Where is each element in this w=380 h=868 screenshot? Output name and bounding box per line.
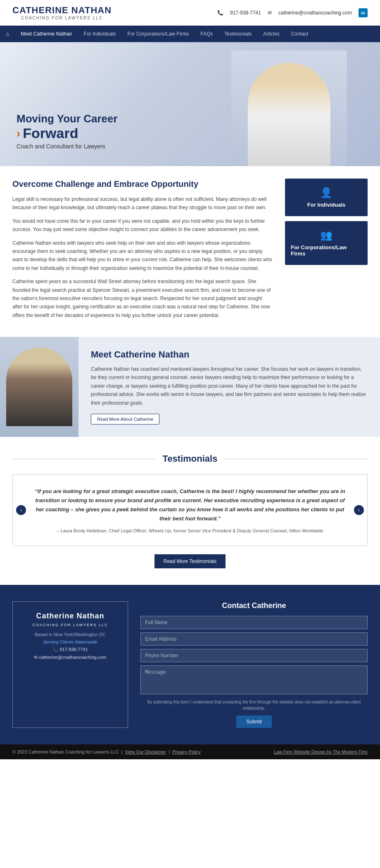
testimonial-quote: “If you are looking for a great strategi… xyxy=(33,487,347,523)
footer-design-credit: Law Firm Website Design by The Modern Fi… xyxy=(274,749,368,754)
testimonials-line-right xyxy=(224,459,368,459)
main-sidebar: 👤 For Individuals 👥 For Corporations/Law… xyxy=(285,179,368,324)
nav-item-contact[interactable]: Contact xyxy=(285,26,314,42)
contact-section: Catherine Nathan COACHING FOR LAWYERS LL… xyxy=(0,585,380,744)
contact-logo-name: Catherine Nathan xyxy=(36,612,104,620)
header-email[interactable]: catherine@cnathancoaching.com xyxy=(278,10,352,16)
meet-content: Meet Catherine Nathan Catherine Nathan h… xyxy=(78,337,380,437)
sidebar-card-individuals[interactable]: 👤 For Individuals xyxy=(285,179,368,216)
footer-disclaimer-link[interactable]: View Our Disclaimer xyxy=(125,749,166,754)
form-disclaimer: By submitting this form I understand tha… xyxy=(140,699,368,711)
testimonial-box: ‹ › “If you are looking for a great stra… xyxy=(12,474,368,546)
hero-person xyxy=(248,63,330,166)
email-small-icon: ✉ xyxy=(34,655,39,660)
testimonials-title: Testimonials xyxy=(163,453,218,464)
hero-content: Moving Your Career › Forward Coach and C… xyxy=(17,112,118,150)
testimonials-header: Testimonials xyxy=(12,453,368,464)
full-name-input[interactable] xyxy=(140,616,368,629)
nav-home-icon[interactable]: ⌂ xyxy=(0,26,15,42)
submit-button[interactable]: Submit xyxy=(236,715,271,728)
read-more-testimonials-button[interactable]: Read More Testimonials xyxy=(154,554,226,568)
contact-location: Based in New York/Washington DC xyxy=(35,632,106,637)
contact-info-box: Catherine Nathan COACHING FOR LAWYERS LL… xyxy=(12,601,128,728)
meet-section: Meet Catherine Nathan Catherine Nathan h… xyxy=(0,337,380,437)
main-section: Overcome Challenge and Embrace Opportuni… xyxy=(0,166,380,337)
header-phone[interactable]: 917-938-7741 xyxy=(230,10,261,16)
sidebar-card-corporations[interactable]: 👥 For Corporations/Law Firms xyxy=(285,221,368,265)
main-text-area: Overcome Challenge and Embrace Opportuni… xyxy=(12,179,273,324)
main-paragraph-3: Catherine Nathan works with lawyers who … xyxy=(12,239,273,273)
main-nav: ⌂ Meet Catherine Nathan For Individuals … xyxy=(0,26,380,42)
phone-input[interactable] xyxy=(140,649,368,662)
individual-icon: 👤 xyxy=(320,187,332,198)
sidebar-corporations-label: For Corporations/Law Firms xyxy=(291,244,362,257)
header-contact: 📞 917-938-7741 ✉ catherine@cnathancoachi… xyxy=(217,8,368,17)
hero-image xyxy=(231,50,347,166)
logo-name: CATHERINE NATHAN xyxy=(12,5,112,16)
hero-subtitle: Coach and Consultant for Lawyers xyxy=(17,143,118,150)
logo-sub: COACHING FOR LAWYERS LLC xyxy=(21,16,103,20)
site-footer: © 2023 Catherine Nathan Coaching for Law… xyxy=(0,744,380,759)
nav-item-individuals[interactable]: For Individuals xyxy=(78,26,122,42)
home-icon: ⌂ xyxy=(6,31,9,37)
contact-logo-sub: COACHING FOR LAWYERS LLC xyxy=(32,623,108,627)
testimonial-prev-button[interactable]: ‹ xyxy=(16,505,26,515)
main-paragraph-1: Legal skill is necessary for professiona… xyxy=(12,195,273,212)
catherine-photo xyxy=(6,348,72,426)
footer-privacy-link[interactable]: Privacy Policy xyxy=(172,749,200,754)
email-icon: ✉ xyxy=(268,10,272,16)
contact-form-area: Contact Catherine By submitting this for… xyxy=(140,601,368,728)
testimonial-attribution: – Laura Brody Heltebran, Chief Legal Off… xyxy=(33,528,347,533)
nav-item-testimonials[interactable]: Testimonials xyxy=(218,26,257,42)
design-credit-link[interactable]: Law Firm Website Design by The Modern Fi… xyxy=(274,749,368,754)
hero-title-line1: Moving Your Career xyxy=(17,112,118,125)
hero-forward-text: Forward xyxy=(23,125,78,141)
contact-form-title: Contact Catherine xyxy=(140,601,368,610)
linkedin-icon[interactable]: in xyxy=(359,8,368,17)
phone-icon: 📞 xyxy=(217,10,223,16)
hero-section: Moving Your Career › Forward Coach and C… xyxy=(0,42,380,166)
hero-title-line2: › Forward xyxy=(17,125,118,141)
corporation-icon: 👥 xyxy=(320,229,332,241)
contact-email: ✉ catherine@cnathancoaching.com xyxy=(34,655,107,660)
site-header: CATHERINE NATHAN COACHING FOR LAWYERS LL… xyxy=(0,0,380,26)
testimonials-section: Testimonials ‹ › “If you are looking for… xyxy=(0,437,380,585)
meet-photo xyxy=(0,337,78,437)
message-input[interactable] xyxy=(140,665,368,694)
footer-copyright: © 2023 Catherine Nathan Coaching for Law… xyxy=(12,749,201,754)
chevron-right-icon: › xyxy=(17,127,20,140)
meet-title: Meet Catherine Nathan xyxy=(91,349,368,360)
testimonial-next-button[interactable]: › xyxy=(354,505,364,515)
main-paragraph-2: You would not have come this far in your… xyxy=(12,217,273,234)
nav-item-articles[interactable]: Articles xyxy=(257,26,285,42)
read-more-catherine-button[interactable]: Read More About Catherine xyxy=(91,414,159,424)
main-paragraph-4: Catherine spent years as a successful Wa… xyxy=(12,277,273,320)
main-section-title: Overcome Challenge and Embrace Opportuni… xyxy=(12,179,273,189)
logo: CATHERINE NATHAN COACHING FOR LAWYERS LL… xyxy=(12,5,112,20)
nav-item-faqs[interactable]: FAQs xyxy=(195,26,218,42)
nav-item-meet[interactable]: Meet Catherine Nathan xyxy=(15,26,78,42)
email-input[interactable] xyxy=(140,632,368,646)
testimonials-line-left xyxy=(12,459,156,459)
phone-small-icon: 📞 xyxy=(52,647,59,652)
nav-item-corporations[interactable]: For Corporations/Law Firms xyxy=(122,26,195,42)
sidebar-individuals-label: For Individuals xyxy=(307,202,345,208)
contact-phone: 📞 917-938-7741 xyxy=(52,647,88,652)
meet-text: Catherine Nathan has coached and mentore… xyxy=(91,365,368,407)
contact-serving: Serving Clients Nationwide xyxy=(43,639,97,644)
